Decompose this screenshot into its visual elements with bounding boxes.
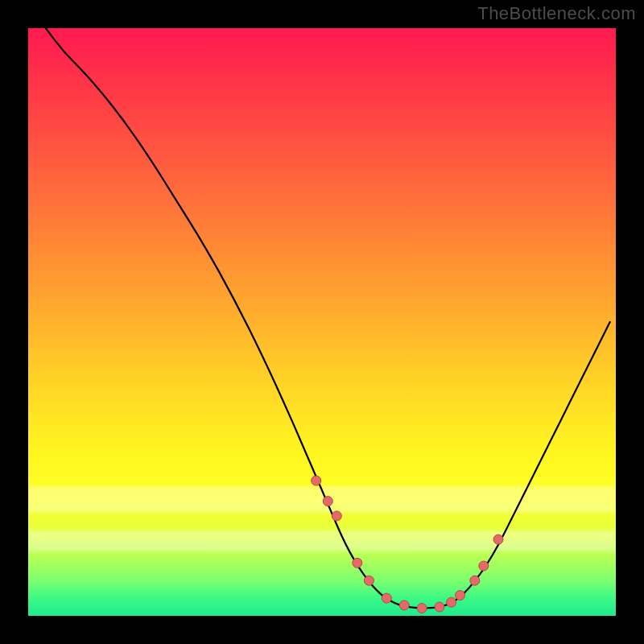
chart-svg	[28, 28, 616, 616]
plot-area	[28, 28, 616, 616]
data-point	[364, 576, 374, 585]
data-point	[399, 601, 409, 610]
watermark-text: TheBottleneck.com	[477, 3, 636, 24]
data-point	[332, 511, 341, 521]
data-point	[435, 602, 444, 612]
dots-group	[312, 476, 503, 613]
data-point	[479, 561, 489, 571]
chart-stage: TheBottleneck.com	[0, 0, 644, 644]
data-point	[312, 476, 321, 485]
data-point	[353, 558, 362, 568]
data-point	[323, 497, 332, 506]
data-point	[447, 597, 456, 607]
data-point	[456, 591, 465, 601]
data-point	[382, 593, 391, 603]
data-point	[417, 604, 427, 613]
data-point	[493, 535, 503, 544]
data-point	[470, 576, 480, 585]
curve-path	[46, 28, 610, 609]
